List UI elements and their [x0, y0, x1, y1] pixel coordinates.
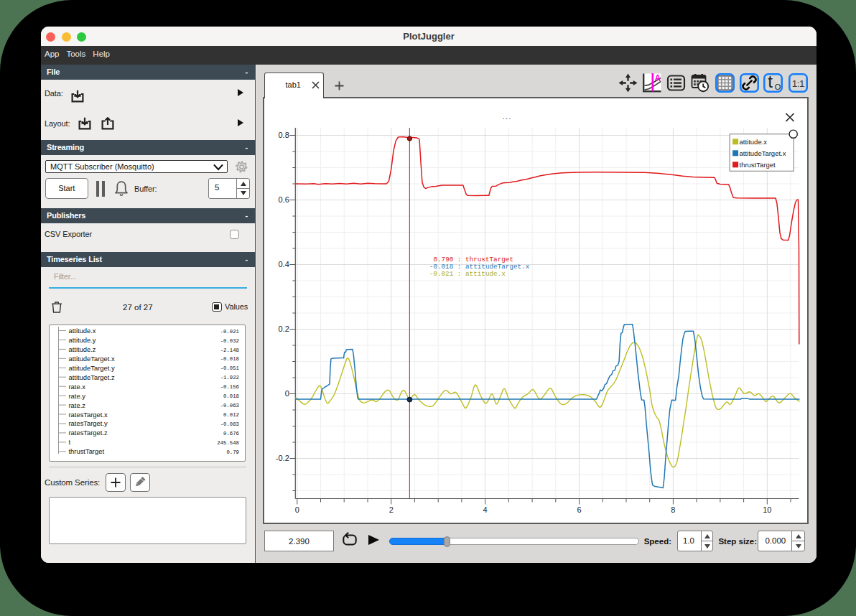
svg-text:0.4: 0.4: [279, 260, 289, 269]
svg-text:0.6: 0.6: [279, 195, 289, 204]
svg-text:A: A: [655, 73, 661, 83]
svg-text:attitudeTarget.y: attitudeTarget.y: [68, 363, 114, 371]
svg-text:attitude.x: attitude.x: [68, 326, 96, 334]
svg-text:t: t: [768, 73, 773, 91]
svg-text:thrustTarget: thrustTarget: [740, 161, 776, 169]
svg-text:-1.922: -1.922: [220, 375, 238, 381]
svg-text:-0.032: -0.032: [220, 337, 238, 343]
svg-text:245.548: 245.548: [217, 440, 239, 446]
svg-text:ratesTarget.y: ratesTarget.y: [68, 419, 108, 427]
svg-text:attitudeTarget.x: attitudeTarget.x: [68, 354, 114, 362]
svg-text:-0.021: -0.021: [220, 328, 239, 334]
svg-text:-0.2: -0.2: [276, 454, 289, 462]
svg-text:0.012: 0.012: [223, 412, 239, 418]
svg-text:6: 6: [577, 505, 581, 513]
svg-text:-2.148: -2.148: [220, 347, 238, 353]
svg-text:ratesTarget.x: ratesTarget.x: [68, 410, 108, 418]
svg-text:-0.021 : attitude.x: -0.021 : attitude.x: [429, 269, 506, 277]
svg-text:0.018: 0.018: [223, 393, 239, 399]
svg-text:0.8: 0.8: [279, 131, 289, 139]
svg-text:t: t: [68, 438, 70, 446]
svg-text:-0.156: -0.156: [220, 384, 238, 390]
svg-text:0.676: 0.676: [223, 431, 239, 437]
svg-text:1:1: 1:1: [792, 78, 804, 88]
svg-text:attitude.y: attitude.y: [68, 335, 96, 343]
svg-text:thrustTarget: thrustTarget: [68, 447, 104, 455]
svg-text:-0.063: -0.063: [220, 403, 238, 409]
svg-text:-0.018: -0.018: [220, 356, 238, 362]
svg-text:rate.z: rate.z: [68, 401, 85, 409]
svg-text:rate.x: rate.x: [68, 382, 85, 390]
svg-text:attitudeTarget.z: attitudeTarget.z: [68, 373, 114, 381]
svg-text:...: ...: [503, 112, 513, 121]
svg-text:0: 0: [285, 389, 289, 398]
svg-text:attitude.x: attitude.x: [740, 138, 768, 146]
svg-text:0.2: 0.2: [279, 325, 289, 333]
svg-text:8: 8: [671, 505, 675, 513]
svg-text:ratesTarget.z: ratesTarget.z: [68, 429, 108, 437]
svg-text:-0.083: -0.083: [220, 421, 238, 427]
svg-text:rate.y: rate.y: [68, 391, 85, 399]
svg-text:4: 4: [483, 505, 488, 513]
svg-text:attitude.z: attitude.z: [68, 345, 96, 353]
svg-text:10: 10: [763, 505, 771, 513]
svg-text:2: 2: [389, 505, 394, 513]
svg-text:0.79: 0.79: [226, 449, 239, 454]
svg-text:attitudeTarget.x: attitudeTarget.x: [740, 149, 786, 157]
svg-text:-0.051: -0.051: [220, 365, 239, 371]
svg-text:0: 0: [295, 505, 299, 513]
svg-text:O: O: [775, 83, 781, 91]
